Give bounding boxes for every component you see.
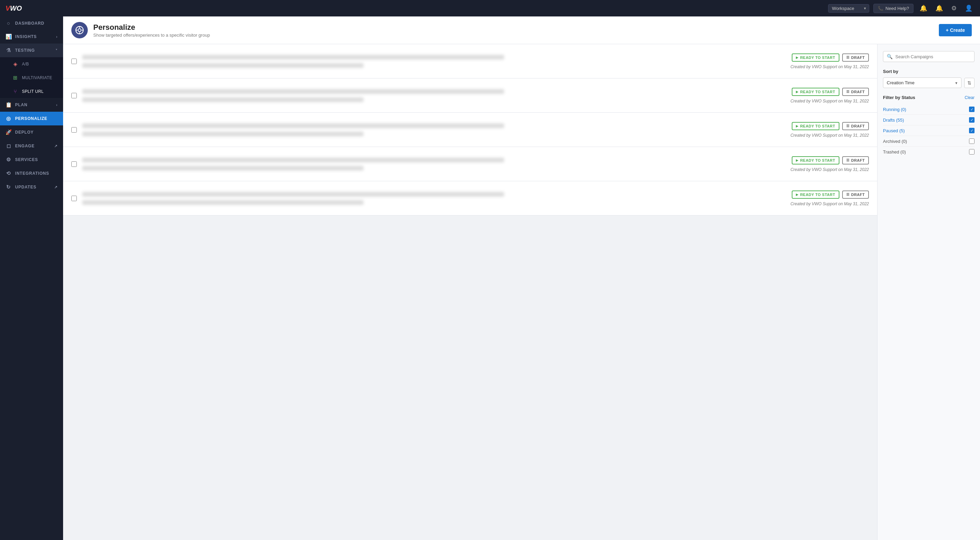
campaign-title-blur [82, 89, 504, 94]
filter-archived-checkbox[interactable] [969, 138, 975, 144]
user-profile-button[interactable]: 👤 [963, 3, 975, 13]
campaign-content[interactable] [82, 89, 785, 102]
campaign-meta: Created by VWO Support on May 31, 2022 [791, 98, 869, 103]
workspace-dropdown[interactable]: Workspace [828, 4, 869, 13]
sidebar-item-ab[interactable]: ◈ A/B [0, 57, 63, 71]
campaign-item: READY TO START DRAFT Created by VWO Supp… [63, 44, 877, 78]
campaign-checkbox[interactable] [71, 93, 77, 98]
campaign-badges: READY TO START DRAFT [792, 122, 869, 130]
vwo-logo[interactable]: V WO [5, 5, 22, 12]
sidebar-item-testing[interactable]: ⚗ Testing ˅ [0, 43, 63, 57]
campaign-meta: Created by VWO Support on May 31, 2022 [791, 202, 869, 206]
sidebar-item-engage[interactable]: ◻ Engage ↗ [0, 139, 63, 153]
page-icon [71, 22, 88, 38]
campaign-title-blur [82, 157, 504, 162]
campaign-title-blur [82, 55, 504, 60]
need-help-button[interactable]: 📞 Need Help? [873, 4, 913, 13]
workspace-selector[interactable]: Workspace [828, 4, 869, 13]
filter-drafts-label[interactable]: Drafts (55) [883, 118, 904, 123]
filter-paused-label[interactable]: Paused (5) [883, 128, 905, 133]
logo-v: V [5, 5, 10, 12]
filter-item-archived: Archived (0) [883, 136, 975, 147]
sidebar-item-label: Engage [15, 144, 35, 148]
sidebar-item-personalize[interactable]: ◎ Personalize [0, 112, 63, 125]
filter-trashed-checkbox[interactable] [969, 149, 975, 154]
campaign-content[interactable] [82, 157, 785, 171]
sidebar-item-services[interactable]: ⚙ Services [0, 153, 63, 167]
campaign-checkbox[interactable] [71, 161, 77, 167]
sidebar-item-dashboard[interactable]: ○ Dashboard [0, 16, 63, 30]
sidebar-item-label: Split URL [22, 89, 43, 94]
filter-running-checkbox[interactable]: ✓ [969, 106, 975, 112]
sidebar-item-deploy[interactable]: 🚀 Deploy [0, 125, 63, 139]
draft-badge: DRAFT [842, 191, 869, 199]
ready-to-start-badge: READY TO START [792, 54, 839, 62]
sort-order-button[interactable]: ⇅ [964, 78, 975, 88]
sidebar-item-updates[interactable]: ↻ Updates ↗ [0, 180, 63, 194]
campaign-content[interactable] [82, 55, 785, 68]
campaign-right: READY TO START DRAFT Created by VWO Supp… [791, 54, 869, 69]
draft-badge: DRAFT [842, 88, 869, 96]
sidebar-item-plan[interactable]: 📋 Plan › [0, 98, 63, 112]
sort-select-wrap: Creation Time Name Status Last Modified [883, 78, 961, 88]
need-help-label: Need Help? [885, 6, 909, 11]
sort-row: Creation Time Name Status Last Modified … [883, 78, 975, 88]
sidebar-item-label: Integrations [15, 171, 49, 176]
filter-clear-button[interactable]: Clear [964, 95, 975, 100]
sidebar-item-split-url[interactable]: ⑂ Split URL [0, 85, 63, 98]
campaign-badges: READY TO START DRAFT [792, 54, 869, 62]
sidebar-item-multivariate[interactable]: ⊞ Multivariate [0, 71, 63, 85]
filter-item-paused: Paused (5) ✓ [883, 125, 975, 136]
sidebar-item-integrations[interactable]: ⟲ Integrations [0, 167, 63, 180]
chevron-down-icon: ˅ [56, 49, 57, 52]
campaign-checkbox[interactable] [71, 195, 77, 201]
campaign-list: READY TO START DRAFT Created by VWO Supp… [63, 44, 877, 540]
sidebar-item-label: Plan [15, 102, 27, 107]
filter-item-drafts: Drafts (55) ✓ [883, 115, 975, 125]
filter-running-label[interactable]: Running (0) [883, 107, 906, 112]
filter-archived-label: Archived (0) [883, 139, 907, 144]
campaign-badges: READY TO START DRAFT [792, 88, 869, 96]
integrations-icon: ⟲ [5, 170, 12, 176]
sidebar-item-label: Insights [15, 34, 37, 39]
campaign-right: READY TO START DRAFT Created by VWO Supp… [791, 122, 869, 138]
svg-point-1 [78, 29, 81, 32]
chevron-right-icon: › [56, 35, 57, 39]
testing-submenu: ◈ A/B ⊞ Multivariate ⑂ Split URL [0, 57, 63, 98]
personalize-icon: ◎ [5, 116, 12, 122]
campaign-checkbox[interactable] [71, 59, 77, 64]
sidebar-item-label: Services [15, 157, 38, 162]
campaign-content[interactable] [82, 192, 785, 205]
page-header: Personalize Show targeted offers/experie… [63, 16, 980, 44]
logo-wo: WO [10, 5, 22, 12]
campaign-content[interactable] [82, 123, 785, 137]
services-icon: ⚙ [5, 157, 12, 163]
page-subtitle: Show targeted offers/experiences to a sp… [93, 33, 210, 38]
split-url-icon: ⑂ [12, 88, 19, 94]
filter-paused-checkbox[interactable]: ✓ [969, 128, 975, 133]
campaign-desc-blur [82, 63, 363, 68]
sidebar-item-label: Personalize [15, 116, 47, 121]
sidebar-item-label: Dashboard [15, 21, 44, 26]
search-campaigns-input[interactable] [895, 54, 971, 59]
campaign-title-blur [82, 123, 504, 128]
campaign-item: READY TO START DRAFT Created by VWO Supp… [63, 113, 877, 147]
updates-icon: ↻ [5, 184, 12, 190]
ready-to-start-badge: READY TO START [792, 191, 839, 199]
settings-button[interactable]: ⚙ [949, 3, 959, 13]
sort-select[interactable]: Creation Time Name Status Last Modified [883, 78, 961, 88]
filter-drafts-checkbox[interactable]: ✓ [969, 117, 975, 123]
engage-icon: ◻ [5, 143, 12, 149]
campaign-checkbox[interactable] [71, 127, 77, 133]
sidebar-item-label: Deploy [15, 130, 33, 135]
sidebar-item-insights[interactable]: 📊 Insights › [0, 30, 63, 43]
bell-icon-button[interactable]: 🔔 [918, 3, 929, 13]
notification-badge-button[interactable]: 🔔 [933, 3, 945, 13]
campaign-desc-blur [82, 200, 363, 205]
campaign-right: READY TO START DRAFT Created by VWO Supp… [791, 88, 869, 103]
page-title: Personalize [93, 23, 210, 32]
campaign-right: READY TO START DRAFT Created by VWO Supp… [791, 191, 869, 206]
search-box[interactable]: 🔍 [883, 51, 975, 62]
draft-badge: DRAFT [842, 54, 869, 62]
create-button[interactable]: + Create [939, 24, 972, 37]
